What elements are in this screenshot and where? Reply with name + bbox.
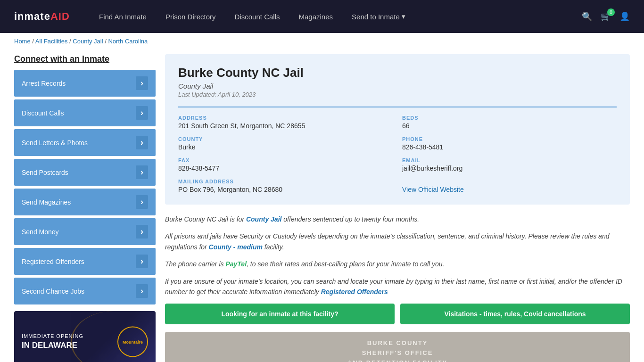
content-area: Burke County NC Jail County Jail Last Up… <box>165 54 630 362</box>
breadcrumb-all-facilities[interactable]: All Facilities <box>35 38 68 45</box>
dropdown-arrow-icon: ▾ <box>402 12 405 21</box>
county-label: COUNTY <box>178 136 393 142</box>
user-icon[interactable]: 👤 <box>619 11 630 22</box>
sidebar-item-send-magazines[interactable]: Send Magazines › <box>14 189 156 215</box>
main-nav: Find An Inmate Prison Directory Discount… <box>99 12 563 21</box>
description-para2: All prisons and jails have Security or C… <box>165 231 630 252</box>
breadcrumb-county-jail[interactable]: County Jail <box>73 38 103 45</box>
header: inmateAID Find An Inmate Prison Director… <box>0 0 644 33</box>
sidebar-title: Connect with an Inmate <box>14 54 156 64</box>
county-medium-link[interactable]: County - medium <box>209 243 263 251</box>
facility-card: Burke County NC Jail County Jail Last Up… <box>165 54 630 205</box>
logo-aid: AID <box>50 10 70 22</box>
sidebar-item-discount-calls[interactable]: Discount Calls › <box>14 99 156 126</box>
arrow-icon: › <box>136 195 148 209</box>
sidebar-item-second-chance-jobs[interactable]: Second Chance Jobs › <box>14 278 156 304</box>
county-value: Burke <box>178 143 393 151</box>
info-grid: ADDRESS 201 South Green St, Morganton, N… <box>178 107 617 193</box>
sidebar-item-send-postcards[interactable]: Send Postcards › <box>14 159 156 186</box>
sidebar-ad[interactable]: IMMEDIATE OPENING IN DELAWARE Mountaire <box>14 311 156 362</box>
arrow-icon: › <box>136 225 148 239</box>
header-icons: 🔍 🛒 0 👤 <box>582 11 630 22</box>
sidebar-item-arrest-records[interactable]: Arrest Records › <box>14 70 156 97</box>
facility-title: Burke County NC Jail <box>178 66 617 80</box>
address-value: 201 South Green St, Morganton, NC 28655 <box>178 122 393 130</box>
breadcrumb-home[interactable]: Home <box>14 38 31 45</box>
description-para1: Burke County NC Jail is for County Jail … <box>165 214 630 224</box>
search-icon[interactable]: 🔍 <box>582 11 592 22</box>
nav-send-to-inmate[interactable]: Send to Inmate ▾ <box>352 12 405 21</box>
logo: inmateAID <box>14 10 70 23</box>
address-block: ADDRESS 201 South Green St, Morganton, N… <box>178 115 393 130</box>
phone-value: 826-438-5481 <box>402 143 617 151</box>
mailing-value: PO Box 796, Morganton, NC 28680 <box>178 186 393 193</box>
paytel-link[interactable]: PayTel <box>225 260 247 268</box>
email-label: EMAIL <box>402 157 617 163</box>
mailing-label: MAILING ADDRESS <box>178 179 393 184</box>
fax-value: 828-438-5477 <box>178 165 393 172</box>
sidebar-item-send-letters[interactable]: Send Letters & Photos › <box>14 129 156 156</box>
cart-badge: 0 <box>607 8 615 16</box>
county-block: COUNTY Burke <box>178 136 393 151</box>
breadcrumb: Home / All Facilities / County Jail / No… <box>0 33 644 49</box>
nav-prison-directory[interactable]: Prison Directory <box>165 13 216 21</box>
description-para4: If you are unsure of your inmate's locat… <box>165 276 630 297</box>
ad-logo: Mountaire <box>117 327 148 357</box>
cart-icon[interactable]: 🛒 0 <box>601 11 611 22</box>
phone-label: PHONE <box>402 136 617 142</box>
visitation-button[interactable]: Visitations - times, rules, Covid cancel… <box>400 304 630 324</box>
website-link[interactable]: View Official Website <box>402 186 464 193</box>
address-label: ADDRESS <box>178 115 393 121</box>
main-content: Connect with an Inmate Arrest Records › … <box>0 49 644 362</box>
fax-label: FAX <box>178 157 393 163</box>
action-buttons: Looking for an inmate at this facility? … <box>165 304 630 324</box>
lookup-button[interactable]: Looking for an inmate at this facility? <box>165 304 395 324</box>
facility-type: County Jail <box>178 82 617 90</box>
arrow-icon: › <box>136 76 148 90</box>
beds-block: BEDS 66 <box>402 115 617 130</box>
nav-discount-calls[interactable]: Discount Calls <box>235 13 280 21</box>
beds-value: 66 <box>402 122 617 130</box>
sidebar-item-send-money[interactable]: Send Money › <box>14 218 156 245</box>
county-jail-link[interactable]: County Jail <box>246 215 281 223</box>
description-section: Burke County NC Jail is for County Jail … <box>165 214 630 297</box>
mailing-block: MAILING ADDRESS PO Box 796, Morganton, N… <box>178 179 393 193</box>
nav-magazines[interactable]: Magazines <box>298 13 333 21</box>
beds-label: BEDS <box>402 115 617 121</box>
email-value: jail@burkesheriff.org <box>402 165 617 172</box>
breadcrumb-state[interactable]: North Carolina <box>108 38 148 45</box>
website-block: View Official Website <box>402 179 617 193</box>
arrow-icon: › <box>136 106 148 120</box>
fax-block: FAX 828-438-5477 <box>178 157 393 172</box>
arrow-icon: › <box>136 136 148 149</box>
email-block: EMAIL jail@burkesheriff.org <box>402 157 617 172</box>
description-para3: The phone carrier is PayTel, to see thei… <box>165 259 630 269</box>
facility-updated: Last Updated: April 10, 2023 <box>178 91 617 98</box>
arrow-icon: › <box>136 165 148 179</box>
nav-find-inmate[interactable]: Find An Inmate <box>99 13 147 21</box>
sidebar: Connect with an Inmate Arrest Records › … <box>14 54 156 362</box>
phone-block: PHONE 826-438-5481 <box>402 136 617 151</box>
registered-offenders-link[interactable]: Registered Offenders <box>321 288 388 296</box>
facility-image: BURKE COUNTY SHERIFF'S OFFICE AND DETENT… <box>165 332 630 362</box>
sidebar-item-registered-offenders[interactable]: Registered Offenders › <box>14 248 156 275</box>
logo-area[interactable]: inmateAID <box>14 10 80 23</box>
arrow-icon: › <box>136 284 148 298</box>
arrow-icon: › <box>136 255 148 268</box>
